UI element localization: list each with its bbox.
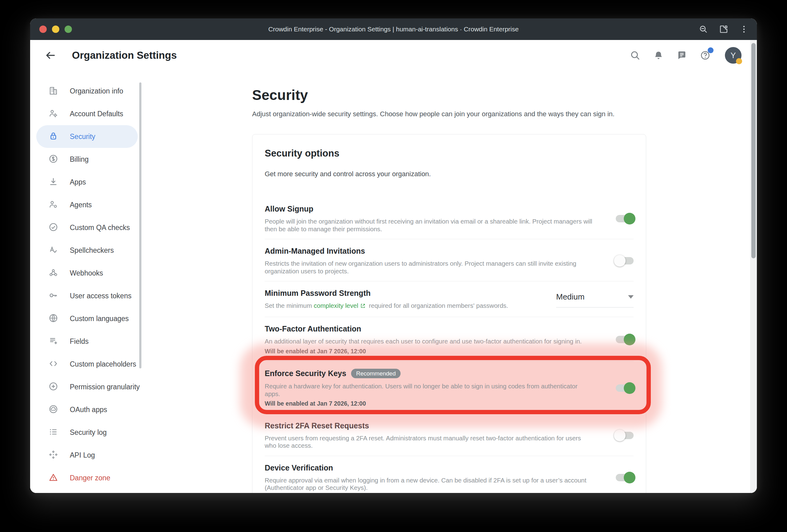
- setting-title: Admin-Managed Invitations: [265, 247, 365, 256]
- help-icon[interactable]: [699, 49, 711, 62]
- search-icon[interactable]: [629, 49, 641, 62]
- sidebar-item-custom-languages[interactable]: Custom languages: [36, 307, 138, 330]
- sidebar-item-label: Account Defaults: [70, 110, 123, 118]
- security-options-card: Security options Get more security and c…: [252, 134, 646, 493]
- sidebar-item-fields[interactable]: Fields: [36, 330, 138, 353]
- sidebar-item-organization-info[interactable]: Organization info: [36, 80, 138, 102]
- sidebar-item-billing[interactable]: Billing: [36, 148, 138, 171]
- toggle-knob: [624, 334, 635, 345]
- sidebar-item-label: Fields: [70, 337, 88, 346]
- messages-icon[interactable]: [676, 49, 688, 62]
- minimum-password-strength-select[interactable]: Medium: [556, 292, 634, 307]
- sidebar-item-label: Security log: [70, 428, 107, 437]
- sidebar-item-api-log[interactable]: API Log: [36, 444, 138, 467]
- setting-title: Restrict 2FA Reset Requests: [265, 421, 369, 430]
- browser-window: Crowdin Enterprise - Organization Settin…: [30, 18, 757, 493]
- extensions-icon[interactable]: [719, 24, 729, 34]
- sidebar-item-label: Security: [70, 132, 95, 141]
- page-subtitle: Adjust organization-wide security settin…: [252, 110, 757, 118]
- two-factor-authentication-toggle[interactable]: [616, 336, 634, 343]
- setting-description: Restricts the invitation of new organiza…: [265, 260, 594, 275]
- notifications-bell-icon[interactable]: [652, 49, 665, 62]
- setting-row-two-factor-authentication: Two-Factor Authentication An additional …: [265, 317, 634, 361]
- sidebar-item-spellcheckers[interactable]: Spellcheckers: [36, 239, 138, 262]
- chevron-down-icon: [628, 295, 634, 299]
- setting-title: Device Verification: [265, 463, 333, 472]
- api-cross-icon: [48, 450, 58, 461]
- toggle-knob: [624, 472, 635, 484]
- browser-tab-title: Crowdin Enterprise - Organization Settin…: [30, 25, 757, 33]
- complexity-level-link[interactable]: complexity level: [314, 302, 359, 309]
- restrict-2fa-reset-requests-toggle[interactable]: [616, 432, 634, 439]
- setting-schedule-note: Will be enabled at Jan 7 2026, 12:00: [265, 348, 594, 355]
- setting-description: Set the minimum complexity level require…: [265, 302, 535, 311]
- window-scrollbar-track: [750, 40, 757, 493]
- toggle-knob: [614, 255, 625, 267]
- setting-row-enforce-security-keys: Enforce Security Keys Recommended Requir…: [265, 361, 634, 413]
- window-scrollbar-thumb[interactable]: [751, 43, 756, 258]
- fields-icon: [48, 336, 58, 347]
- sidebar-item-label: Custom placeholders: [70, 360, 136, 368]
- browser-titlebar: Crowdin Enterprise - Organization Settin…: [30, 18, 757, 40]
- sidebar-item-label: Permission granularity: [70, 383, 140, 391]
- toggle-knob: [624, 213, 635, 225]
- enforce-security-keys-toggle[interactable]: [616, 384, 634, 392]
- dollar-icon: [48, 154, 58, 165]
- minimize-window-button[interactable]: [52, 25, 59, 33]
- maximize-window-button[interactable]: [65, 25, 72, 33]
- kebab-menu-icon[interactable]: [739, 24, 749, 34]
- external-link-icon: [360, 303, 366, 311]
- sidebar-item-label: Apps: [70, 178, 86, 186]
- sidebar-item-permission-granularity[interactable]: Permission granularity: [36, 376, 138, 398]
- setting-row-device-verification: Device Verification Require approval via…: [265, 456, 634, 493]
- code-icon: [48, 359, 58, 370]
- allow-signup-toggle[interactable]: [616, 215, 634, 222]
- recommended-badge: Recommended: [351, 369, 401, 378]
- setting-row-minimum-password-strength: Minimum Password Strength Set the minimu…: [265, 281, 634, 317]
- sidebar-item-security[interactable]: Security: [36, 125, 138, 148]
- sidebar-item-danger-zone[interactable]: Danger zone: [36, 467, 138, 489]
- sidebar-scrollbar-thumb[interactable]: [139, 82, 142, 368]
- toggle-knob: [624, 382, 635, 394]
- sidebar-item-account-defaults[interactable]: Account Defaults: [36, 102, 138, 125]
- setting-description: Require approval via email when logging …: [265, 477, 594, 492]
- avatar-status-dot: [736, 58, 742, 64]
- zoom-out-icon[interactable]: [699, 24, 708, 34]
- back-button[interactable]: [44, 48, 57, 62]
- sidebar-item-label: Custom QA checks: [70, 224, 130, 232]
- sidebar-item-label: Custom languages: [70, 315, 129, 323]
- setting-row-allow-signup: Allow Signup People will join the organi…: [265, 197, 634, 239]
- sidebar-item-agents[interactable]: Agents: [36, 193, 138, 216]
- device-verification-toggle[interactable]: [616, 474, 634, 481]
- sidebar-item-apps[interactable]: Apps: [36, 171, 138, 193]
- sidebar-item-security-log[interactable]: Security log: [36, 421, 138, 444]
- setting-row-restrict-2fa-reset-requests: Restrict 2FA Reset Requests Prevent user…: [265, 413, 634, 456]
- setting-description: Require a hardware key for authenticatio…: [265, 383, 594, 398]
- spellcheck-icon: [48, 245, 58, 256]
- sidebar-item-custom-qa-checks[interactable]: Custom QA checks: [36, 216, 138, 239]
- sidebar-item-user-access-tokens[interactable]: User access tokens: [36, 284, 138, 307]
- lock-icon: [48, 131, 58, 142]
- sidebar-item-custom-placeholders[interactable]: Custom placeholders: [36, 353, 138, 376]
- plus-circle-icon: [48, 382, 58, 392]
- setting-row-admin-managed-invitations: Admin-Managed Invitations Restricts the …: [265, 239, 634, 281]
- sidebar-item-oauth-apps[interactable]: OAuth apps: [36, 398, 138, 421]
- sidebar-item-label: Agents: [70, 201, 92, 209]
- sidebar-item-label: User access tokens: [70, 292, 132, 300]
- setting-title: Two-Factor Authentication: [265, 324, 361, 333]
- setting-description: People will join the organization withou…: [265, 218, 594, 233]
- check-circle-icon: [48, 222, 58, 233]
- sidebar-item-label: Spellcheckers: [70, 246, 114, 255]
- sidebar-item-label: Danger zone: [70, 474, 110, 482]
- sidebar-item-label: OAuth apps: [70, 406, 107, 414]
- avatar[interactable]: Y: [725, 47, 742, 64]
- settings-sidebar: Organization info Account Defaults Secur…: [30, 71, 151, 493]
- cloud-circle-icon: [48, 404, 58, 415]
- settings-rows: Allow Signup People will join the organi…: [265, 197, 634, 493]
- help-notification-dot: [708, 47, 714, 53]
- warning-icon: [48, 473, 58, 484]
- admin-managed-invitations-toggle[interactable]: [616, 257, 634, 264]
- close-window-button[interactable]: [39, 25, 47, 33]
- sidebar-item-label: Billing: [70, 155, 88, 164]
- sidebar-item-webhooks[interactable]: Webhooks: [36, 262, 138, 284]
